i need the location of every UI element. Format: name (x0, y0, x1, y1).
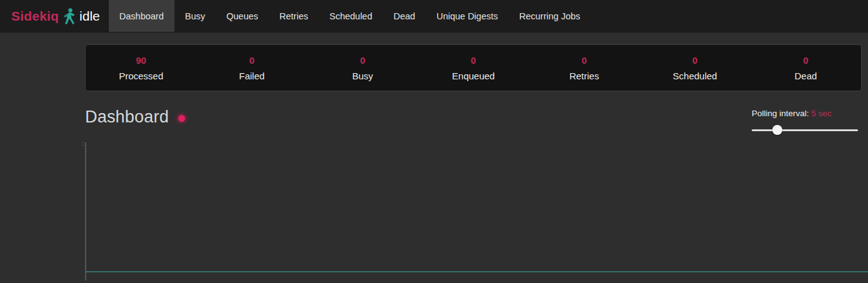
chart-axis-tick (81, 145, 86, 146)
stat-busy[interactable]: 0 Busy (307, 55, 418, 81)
heading-row: Dashboard Polling interval: 5 sec (85, 107, 862, 135)
stat-busy-label: Busy (307, 71, 418, 81)
stat-failed-label: Failed (196, 71, 307, 81)
stat-scheduled[interactable]: 0 Scheduled (640, 55, 750, 81)
stat-retries[interactable]: 0 Retries (529, 55, 640, 81)
top-navbar: Sidekiq idle Dashboard Busy Queues Retri… (0, 0, 868, 32)
stat-enqueued-value: 0 (418, 55, 528, 66)
nav-item-scheduled[interactable]: Scheduled (319, 0, 383, 32)
nav-item-retries[interactable]: Retries (269, 0, 319, 32)
stat-failed[interactable]: 0 Failed (196, 55, 307, 81)
slider-thumb[interactable] (772, 125, 782, 135)
nav-items: Dashboard Busy Queues Retries Scheduled … (109, 0, 591, 32)
stat-processed-label: Processed (86, 71, 196, 81)
polling-interval-label: Polling interval: (752, 109, 811, 118)
realtime-chart (85, 142, 868, 281)
stat-dead-label: Dead (750, 71, 861, 81)
nav-item-queues[interactable]: Queues (216, 0, 269, 32)
live-beacon-icon (178, 115, 185, 122)
nav-item-unique-digests[interactable]: Unique Digests (426, 0, 508, 32)
chart-baseline-series (86, 271, 868, 272)
nav-item-recurring-jobs[interactable]: Recurring Jobs (508, 0, 591, 32)
brand-status: idle (79, 9, 100, 24)
stats-summary-bar: 90 Processed 0 Failed 0 Busy 0 Enqueued … (85, 44, 862, 91)
stat-dead-value: 0 (750, 55, 861, 66)
stat-scheduled-label: Scheduled (640, 71, 750, 81)
stat-retries-value: 0 (529, 55, 640, 66)
page-title-wrap: Dashboard (85, 107, 185, 127)
stat-busy-value: 0 (307, 55, 418, 66)
polling-interval-text: Polling interval: 5 sec (752, 109, 862, 118)
stat-retries-label: Retries (529, 71, 640, 81)
sidekiq-runner-icon (63, 7, 75, 25)
brand[interactable]: Sidekiq idle (0, 0, 109, 32)
nav-item-dashboard[interactable]: Dashboard (109, 0, 174, 32)
polling-interval-control: Polling interval: 5 sec (752, 107, 862, 135)
nav-item-busy[interactable]: Busy (174, 0, 216, 32)
stat-processed[interactable]: 90 Processed (86, 55, 196, 81)
stat-failed-value: 0 (196, 55, 307, 66)
slider-track[interactable] (752, 129, 858, 131)
brand-name: Sidekiq (11, 9, 59, 24)
stat-enqueued[interactable]: 0 Enqueued (418, 55, 528, 81)
polling-interval-slider[interactable] (752, 125, 862, 135)
stat-processed-value: 90 (86, 55, 196, 66)
stat-dead[interactable]: 0 Dead (750, 55, 861, 81)
polling-interval-value: 5 sec (811, 109, 831, 118)
chart-axis-tick (81, 142, 86, 143)
nav-item-dead[interactable]: Dead (383, 0, 426, 32)
page-title: Dashboard (85, 107, 169, 127)
stat-enqueued-label: Enqueued (418, 71, 528, 81)
stat-scheduled-value: 0 (640, 55, 750, 66)
